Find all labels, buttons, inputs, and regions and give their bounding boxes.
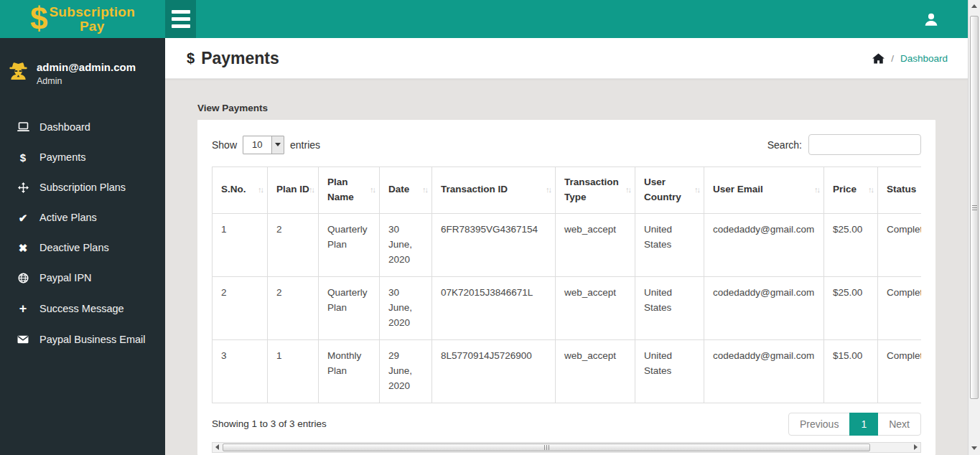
sort-icon: ↑↓ bbox=[422, 184, 427, 196]
sidebar: admin@admin.com Admin Dashboard$Payments… bbox=[0, 38, 165, 455]
length-suffix-label: entries bbox=[290, 139, 320, 151]
laptop-icon bbox=[16, 122, 30, 132]
dollar-logo-icon: $ bbox=[30, 3, 47, 34]
column-label: Status bbox=[887, 184, 916, 194]
scroll-down-arrow-icon[interactable] bbox=[969, 442, 980, 454]
column-header-user-country[interactable]: User Country↑↓ bbox=[635, 167, 704, 214]
column-header-plan-name[interactable]: Plan Name↑↓ bbox=[319, 167, 380, 214]
column-header-price[interactable]: Price↑↓ bbox=[824, 167, 878, 214]
search-label: Search: bbox=[767, 139, 802, 151]
sidebar-item-label: Success Message bbox=[39, 303, 124, 314]
cell-user-country: United States bbox=[635, 339, 704, 403]
content: View Payments Show 10 entries Search: bbox=[165, 79, 968, 455]
app-window: $ Subscription Pay bbox=[0, 0, 980, 455]
cell-status: Completed bbox=[878, 213, 922, 276]
cell-user-email: codedaddy@gmail.com bbox=[704, 339, 824, 403]
cell-status: Completed bbox=[878, 339, 922, 403]
sidebar-item-label: Deactive Plans bbox=[39, 242, 109, 253]
cell-status: Completed bbox=[878, 276, 922, 339]
table-footer: Showing 1 to 3 of 3 entries Previous 1 N… bbox=[212, 413, 921, 436]
page-header: $ Payments / Dashboard bbox=[165, 38, 968, 79]
admin-email: admin@admin.com bbox=[37, 61, 136, 73]
sidebar-item-paypal-ipn[interactable]: Paypal IPN bbox=[0, 263, 165, 293]
table-body: 12Quarterly Plan30 June, 20206FR78395VG4… bbox=[213, 213, 922, 403]
column-header-transaction-type[interactable]: Transaction Type↑↓ bbox=[556, 167, 635, 214]
main-area: $ Payments / Dashboard View Payments Sho… bbox=[165, 38, 968, 455]
sort-icon: ↑↓ bbox=[309, 184, 314, 196]
search-input[interactable] bbox=[808, 134, 921, 155]
sidebar-item-subscription-plans[interactable]: Subscription Plans bbox=[0, 172, 165, 202]
admin-role: Admin bbox=[37, 76, 136, 86]
page-1-button[interactable]: 1 bbox=[849, 413, 878, 436]
cell-transaction-id: 07K72015J3846671L bbox=[432, 276, 556, 339]
horizontal-scrollbar-track[interactable] bbox=[222, 443, 911, 452]
sidebar-item-label: Payments bbox=[39, 151, 85, 163]
cell-plan-id: 1 bbox=[268, 339, 319, 403]
breadcrumb-dashboard-link[interactable]: Dashboard bbox=[900, 53, 948, 64]
select-arrow-icon bbox=[271, 136, 284, 154]
next-page-button[interactable]: Next bbox=[877, 413, 921, 436]
previous-page-button[interactable]: Previous bbox=[788, 413, 850, 436]
vertical-scrollbar-thumb[interactable] bbox=[970, 16, 979, 399]
cell-price: $25.00 bbox=[824, 276, 878, 339]
sidebar-item-paypal-business-email[interactable]: Paypal Business Email bbox=[0, 324, 165, 355]
cell-date: 30 June, 2020 bbox=[380, 276, 432, 339]
column-label: Price bbox=[833, 184, 857, 194]
sidebar-nav: Dashboard$PaymentsSubscription Plans✔Act… bbox=[0, 112, 165, 355]
length-control: Show 10 entries bbox=[212, 136, 320, 154]
column-label: Transaction Type bbox=[564, 177, 619, 202]
cell-date: 30 June, 2020 bbox=[380, 213, 432, 276]
cell-price: $25.00 bbox=[824, 213, 878, 276]
cell-plan-id: 2 bbox=[268, 213, 319, 276]
cross-icon: ✖ bbox=[16, 243, 30, 253]
user-icon[interactable] bbox=[923, 11, 939, 27]
scroll-right-arrow-icon[interactable] bbox=[911, 443, 920, 452]
sidebar-item-payments[interactable]: $Payments bbox=[0, 142, 165, 172]
sort-icon: ↑↓ bbox=[868, 184, 873, 196]
table-row: 12Quarterly Plan30 June, 20206FR78395VG4… bbox=[213, 213, 922, 276]
scroll-left-arrow-icon[interactable] bbox=[213, 443, 222, 452]
cell-transaction-type: web_accept bbox=[556, 276, 635, 339]
sort-icon: ↑↓ bbox=[814, 184, 819, 196]
payments-card: Show 10 entries Search: bbox=[197, 120, 935, 455]
sidebar-item-deactive-plans[interactable]: ✖Deactive Plans bbox=[0, 233, 165, 263]
column-header-user-email[interactable]: User Email↑↓ bbox=[704, 167, 824, 214]
column-header-s-no[interactable]: S.No.↑↓ bbox=[213, 167, 268, 214]
horizontal-scrollbar[interactable] bbox=[212, 442, 921, 453]
column-header-date[interactable]: Date↑↓ bbox=[380, 167, 432, 214]
vertical-scrollbar[interactable] bbox=[968, 0, 980, 455]
entries-select[interactable]: 10 bbox=[243, 136, 284, 154]
sidebar-item-label: Subscription Plans bbox=[39, 182, 126, 193]
column-label: Transaction ID bbox=[441, 184, 508, 194]
column-header-plan-id[interactable]: Plan ID↑↓ bbox=[268, 167, 319, 214]
brand-name: Subscription Pay bbox=[49, 5, 135, 34]
home-icon[interactable] bbox=[872, 53, 885, 64]
horizontal-scrollbar-thumb[interactable] bbox=[223, 444, 870, 451]
column-header-transaction-id[interactable]: Transaction ID↑↓ bbox=[432, 167, 556, 214]
sort-icon: ↑↓ bbox=[625, 184, 630, 196]
column-header-status[interactable]: Status↑↓ bbox=[878, 167, 922, 214]
sidebar-item-active-plans[interactable]: ✔Active Plans bbox=[0, 202, 165, 233]
brand-logo[interactable]: $ Subscription Pay bbox=[0, 0, 165, 38]
table-scroll-region[interactable]: S.No.↑↓Plan ID↑↓Plan Name↑↓Date↑↓Transac… bbox=[212, 166, 921, 403]
cell-plan-id: 2 bbox=[268, 276, 319, 339]
sidebar-item-success-message[interactable]: +Success Message bbox=[0, 293, 165, 324]
column-label: S.No. bbox=[221, 184, 246, 194]
column-label: Date bbox=[388, 184, 409, 194]
column-label: Plan Name bbox=[327, 177, 354, 202]
breadcrumb: / Dashboard bbox=[872, 53, 948, 64]
search-control: Search: bbox=[767, 134, 921, 155]
sort-icon: ↑↓ bbox=[258, 184, 263, 196]
scroll-up-arrow-icon[interactable] bbox=[969, 0, 980, 11]
panel-title: View Payments bbox=[197, 103, 935, 113]
cell-plan-name: Quarterly Plan bbox=[319, 213, 380, 276]
cell-plan-name: Quarterly Plan bbox=[319, 276, 380, 339]
breadcrumb-separator: / bbox=[891, 53, 894, 64]
page-title: $ Payments bbox=[187, 49, 279, 68]
sort-icon: ↑↓ bbox=[694, 184, 699, 196]
sidebar-item-dashboard[interactable]: Dashboard bbox=[0, 112, 165, 142]
cell-user-country: United States bbox=[635, 213, 704, 276]
table-head: S.No.↑↓Plan ID↑↓Plan Name↑↓Date↑↓Transac… bbox=[213, 167, 922, 214]
cell-user-country: United States bbox=[635, 276, 704, 339]
hamburger-menu-icon[interactable] bbox=[165, 0, 196, 38]
